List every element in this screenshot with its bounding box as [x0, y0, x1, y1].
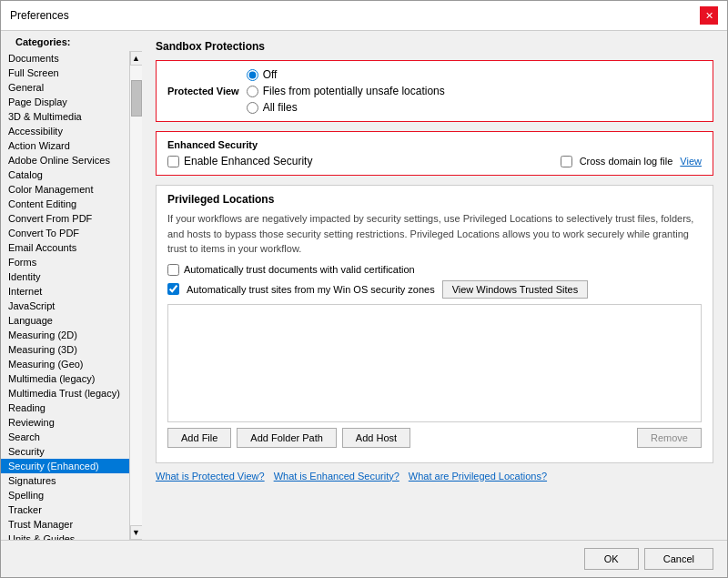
radio-off[interactable]: [247, 69, 258, 81]
sidebar-list: DocumentsFull ScreenGeneralPage Display3…: [1, 51, 129, 540]
radio-row-unsafe: Files from potentially unsafe locations: [247, 85, 445, 97]
protected-view-section: Protected View Off Files from potentiall…: [156, 60, 713, 122]
dialog-footer: OK Cancel: [1, 540, 727, 577]
enhanced-security-label: Enable Enhanced Security: [184, 155, 312, 167]
radio-all[interactable]: [247, 102, 258, 114]
enhanced-security-link[interactable]: What is Enhanced Security?: [274, 471, 399, 482]
radio-off-label: Off: [263, 68, 278, 81]
sidebar-item-action-wizard[interactable]: Action Wizard: [1, 138, 129, 153]
title-bar-buttons: ✕: [700, 6, 718, 25]
close-button[interactable]: ✕: [700, 6, 718, 25]
sidebar-item-spelling[interactable]: Spelling: [1, 488, 129, 502]
sidebar-item-catalog[interactable]: Catalog: [1, 167, 129, 182]
sidebar-item-general[interactable]: General: [1, 80, 129, 95]
sidebar-item-security--enhanced-[interactable]: Security (Enhanced): [1, 459, 129, 473]
ok-button[interactable]: OK: [584, 548, 639, 570]
radio-row-off: Off: [247, 68, 445, 81]
enhanced-left: Enable Enhanced Security: [167, 155, 312, 167]
scroll-up-button[interactable]: ▲: [130, 51, 143, 66]
privileged-title: Privileged Locations: [167, 193, 702, 206]
main-panel: Sandbox Protections Protected View Off F…: [142, 31, 727, 540]
radio-unsafe[interactable]: [247, 86, 258, 97]
cross-domain-label: Cross domain log file: [580, 156, 673, 167]
sidebar-item-measuring--geo-[interactable]: Measuring (Geo): [1, 357, 129, 371]
enhanced-security-checkbox[interactable]: [167, 156, 179, 167]
enhanced-security-section: Enhanced Security Enable Enhanced Securi…: [156, 131, 713, 176]
radio-unsafe-label: Files from potentially unsafe locations: [263, 85, 445, 97]
auto-trust-sites-label: Automatically trust sites from my Win OS…: [187, 284, 435, 295]
protected-view-options: Off Files from potentially unsafe locati…: [247, 68, 445, 114]
sidebar-item-measuring--3d-[interactable]: Measuring (3D): [1, 342, 129, 357]
categories-label: Categories:: [8, 33, 78, 51]
sidebar-item-security[interactable]: Security: [1, 444, 129, 459]
sidebar-item-content-editing[interactable]: Content Editing: [1, 197, 129, 211]
sidebar-item-identity[interactable]: Identity: [1, 269, 129, 284]
sidebar-item-forms[interactable]: Forms: [1, 255, 129, 269]
sidebar-item-reading[interactable]: Reading: [1, 401, 129, 415]
sidebar-item-multimedia--legacy-[interactable]: Multimedia (legacy): [1, 371, 129, 386]
add-folder-button[interactable]: Add Folder Path: [237, 428, 337, 448]
sidebar-item-trust-manager[interactable]: Trust Manager: [1, 517, 129, 532]
radio-row-all: All files: [247, 101, 445, 114]
scroll-thumb[interactable]: [131, 80, 142, 117]
auto-trust-sites-checkbox[interactable]: [167, 283, 179, 295]
sidebar-item-javascript[interactable]: JavaScript: [1, 299, 129, 313]
sidebar-item-units---guides[interactable]: Units & Guides: [1, 532, 129, 540]
sidebar: Categories: DocumentsFull ScreenGeneralP…: [1, 31, 142, 540]
title-bar: Preferences ✕: [1, 1, 727, 31]
sidebar-scrollbar[interactable]: ▲ ▼: [129, 51, 142, 540]
enhanced-security-title: Enhanced Security: [167, 139, 702, 150]
sidebar-item-internet[interactable]: Internet: [1, 284, 129, 299]
auto-trust-cert-row: Automatically trust documents with valid…: [167, 264, 702, 276]
sidebar-item-full-screen[interactable]: Full Screen: [1, 66, 129, 80]
preferences-dialog: Preferences ✕ Categories: DocumentsFull …: [0, 0, 728, 578]
sidebar-item-search[interactable]: Search: [1, 430, 129, 444]
radio-all-label: All files: [263, 101, 298, 114]
sidebar-item-measuring--2d-[interactable]: Measuring (2D): [1, 328, 129, 342]
sidebar-item-signatures[interactable]: Signatures: [1, 473, 129, 488]
bottom-buttons: Add File Add Folder Path Add Host Remove: [167, 428, 702, 448]
sidebar-item-accessibility[interactable]: Accessibility: [1, 124, 129, 138]
auto-trust-cert-label: Automatically trust documents with valid…: [184, 264, 415, 275]
view-windows-trusted-sites-button[interactable]: View Windows Trusted Sites: [442, 280, 589, 299]
sidebar-item-convert-to-pdf[interactable]: Convert To PDF: [1, 226, 129, 240]
protected-view-row: Protected View Off Files from potentiall…: [167, 68, 702, 114]
win-sites-row: Automatically trust sites from my Win OS…: [167, 280, 702, 299]
privileged-locations-section: Privileged Locations If your workflows a…: [156, 185, 713, 463]
cross-domain-checkbox[interactable]: [561, 156, 572, 167]
enhanced-right: Cross domain log file View: [561, 156, 702, 167]
view-link[interactable]: View: [680, 156, 702, 167]
privileged-desc: If your workflows are negatively impacte…: [167, 211, 702, 257]
add-host-button[interactable]: Add Host: [342, 428, 410, 448]
sidebar-item-page-display[interactable]: Page Display: [1, 95, 129, 109]
cancel-button[interactable]: Cancel: [644, 548, 713, 570]
sidebar-item-3d---multimedia[interactable]: 3D & Multimedia: [1, 109, 129, 124]
scroll-down-button[interactable]: ▼: [130, 525, 143, 540]
sidebar-item-color-management[interactable]: Color Management: [1, 182, 129, 197]
protected-view-link[interactable]: What is Protected View?: [156, 471, 265, 482]
protected-view-label: Protected View: [167, 86, 239, 96]
sidebar-item-reviewing[interactable]: Reviewing: [1, 415, 129, 430]
dialog-title: Preferences: [10, 9, 69, 22]
links-row: What is Protected View? What is Enhanced…: [156, 471, 713, 482]
sidebar-item-documents[interactable]: Documents: [1, 51, 129, 66]
auto-trust-cert-checkbox[interactable]: [167, 264, 179, 276]
privileged-locations-link[interactable]: What are Privileged Locations?: [409, 471, 547, 482]
main-content: Categories: DocumentsFull ScreenGeneralP…: [1, 31, 727, 540]
sidebar-item-email-accounts[interactable]: Email Accounts: [1, 240, 129, 255]
sidebar-item-tracker[interactable]: Tracker: [1, 502, 129, 517]
sidebar-item-adobe-online-services[interactable]: Adobe Online Services: [1, 153, 129, 167]
sandbox-title: Sandbox Protections: [156, 40, 713, 53]
file-list-area: [167, 304, 702, 422]
sidebar-item-language[interactable]: Language: [1, 313, 129, 328]
sidebar-item-multimedia-trust--legacy-[interactable]: Multimedia Trust (legacy): [1, 386, 129, 401]
sidebar-items: DocumentsFull ScreenGeneralPage Display3…: [1, 51, 129, 540]
sidebar-item-convert-from-pdf[interactable]: Convert From PDF: [1, 211, 129, 226]
title-bar-left: Preferences: [10, 9, 69, 22]
enhanced-security-row: Enable Enhanced Security Cross domain lo…: [167, 155, 702, 167]
remove-button[interactable]: Remove: [637, 428, 702, 448]
add-file-button[interactable]: Add File: [167, 428, 231, 448]
